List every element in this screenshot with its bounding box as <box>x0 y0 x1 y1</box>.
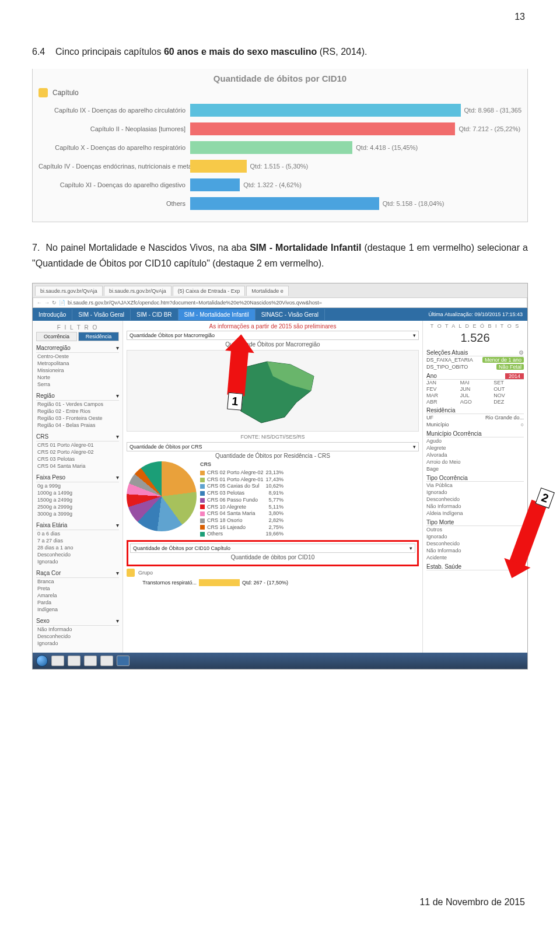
filter-item[interactable]: Preta <box>36 585 119 592</box>
pie-chart[interactable] <box>127 461 197 531</box>
reload-icon[interactable]: ↻ <box>52 300 57 306</box>
filter-tab-ocorrencia[interactable]: Ocorrência <box>36 332 77 341</box>
filter-item[interactable]: Região 03 - Fronteira Oeste <box>36 415 119 422</box>
filter-item[interactable]: CRS 03 Pelotas <box>36 456 119 462</box>
pie-legend-row[interactable]: CRS 18 Osorio2,82% <box>200 517 284 524</box>
list-item[interactable]: Outros <box>426 526 524 533</box>
pie-legend-row[interactable]: Others19,66% <box>200 531 284 538</box>
selection-row[interactable]: DS_TIPO_OBITONão Fetal <box>426 363 524 370</box>
nav-tab-sim-cidbr[interactable]: SIM - CID BR <box>131 309 178 320</box>
filter-item[interactable]: Missioneira <box>36 367 119 374</box>
list-item[interactable]: Não Informado <box>426 503 524 510</box>
list-item[interactable]: Não Informado <box>426 547 524 554</box>
tipo-ocorrencia-header[interactable]: Tipo Ocorrência <box>426 475 524 482</box>
pie-legend-row[interactable]: CRS 10 Alegrete5,11% <box>200 504 284 511</box>
filter-item[interactable]: 0g a 999g <box>36 482 119 489</box>
filter-item[interactable]: Ignorado <box>36 558 119 565</box>
taskbar-icon[interactable] <box>84 656 97 666</box>
chart-bar[interactable] <box>190 141 352 154</box>
nav-tab-sim-geral[interactable]: SIM - Visão Geral <box>72 309 131 320</box>
list-item[interactable]: Agudo <box>426 437 524 444</box>
filter-item[interactable]: Região 01 - Verdes Campos <box>36 401 119 408</box>
taskbar-icon[interactable] <box>51 656 64 666</box>
list-item[interactable]: Ignorado <box>426 489 524 496</box>
gear-icon[interactable]: ⚙ <box>519 349 524 356</box>
month-cell[interactable]: SET <box>494 380 524 386</box>
filter-tab-residencia[interactable]: Residência <box>78 332 119 341</box>
filter-item[interactable]: 1000g a 1499g <box>36 489 119 496</box>
month-cell[interactable]: JUL <box>460 393 491 398</box>
filter-group-header[interactable]: Faixa Peso▾ <box>36 473 119 482</box>
month-cell[interactable]: FEV <box>426 386 457 392</box>
ano-selected[interactable]: 2014 <box>505 373 524 379</box>
chart-bar[interactable] <box>190 122 455 135</box>
pie-legend-row[interactable]: CRS 02 Porto Alegre-0223,13% <box>200 469 284 476</box>
filter-item[interactable]: CRS 04 Santa Maria <box>36 462 119 469</box>
filter-group-header[interactable]: CRS▾ <box>36 432 119 442</box>
tipo-morte-header[interactable]: Tipo Morte <box>426 519 524 526</box>
residencia-header[interactable]: Residência <box>426 407 524 414</box>
filter-item[interactable]: 2500g a 2999g <box>36 503 119 510</box>
filter-item[interactable]: Serra <box>36 381 119 388</box>
forward-icon[interactable]: → <box>44 300 50 306</box>
month-cell[interactable]: ABR <box>426 399 457 405</box>
filter-item[interactable]: CRS 02 Porto Alegre-02 <box>36 449 119 456</box>
cid-capitulo-select[interactable]: Quantidade de Óbitos por CID10 Capítulo▾ <box>130 544 415 553</box>
filter-item[interactable]: CRS 01 Porto Alegre-01 <box>36 442 119 449</box>
filter-item[interactable]: Parda <box>36 599 119 606</box>
browser-url-bar[interactable]: ← → ↻ 📄 bi.saude.rs.gov.br/QvAJAXZfc/ope… <box>33 297 527 308</box>
back-icon[interactable]: ← <box>37 300 42 306</box>
month-cell[interactable]: JAN <box>426 380 457 386</box>
list-item[interactable]: Via Pública <box>426 482 524 489</box>
pie-legend-row[interactable]: CRS 05 Caxias do Sul10,62% <box>200 483 284 490</box>
filter-item[interactable]: Metropolitana <box>36 360 119 367</box>
month-cell[interactable]: MAR <box>426 393 457 398</box>
filter-item[interactable]: Norte <box>36 374 119 381</box>
filter-group-header[interactable]: Macrorregião▾ <box>36 344 119 353</box>
chart-bar[interactable] <box>190 197 379 210</box>
browser-tab[interactable]: bi.saude.rs.gov.br/QvAja <box>104 286 172 296</box>
start-button[interactable] <box>36 655 48 667</box>
list-item[interactable]: Desconhecido <box>426 540 524 547</box>
res-uf-row[interactable]: UFRio Grande do... <box>426 414 524 421</box>
filter-group-header[interactable]: Raça Cor▾ <box>36 569 119 578</box>
nav-tab-sim-infantil[interactable]: SIM - Mortalidade Infantil <box>178 309 256 320</box>
filter-item[interactable]: Branca <box>36 578 119 585</box>
month-cell[interactable]: OUT <box>494 386 524 392</box>
filter-item[interactable]: 0 a 6 dias <box>36 530 119 537</box>
filter-group-header[interactable]: Sexo▾ <box>36 616 119 626</box>
chrome-icon[interactable] <box>100 656 113 666</box>
list-item[interactable]: Desconhecido <box>426 496 524 503</box>
filter-item[interactable]: Desconhecido <box>36 633 119 640</box>
filter-item[interactable]: 7 a 27 dias <box>36 537 119 544</box>
browser-tab[interactable]: bi.saude.rs.gov.br/QvAja <box>35 286 103 296</box>
filter-group-header[interactable]: Faixa Etária▾ <box>36 521 119 530</box>
filter-item[interactable]: Região 04 - Belas Praias <box>36 422 119 429</box>
filter-item[interactable]: 1500g a 2499g <box>36 496 119 503</box>
municipio-ocorrencia-header[interactable]: Município Ocorrência <box>426 430 524 437</box>
list-item[interactable]: Arroio do Meio <box>426 458 524 465</box>
word-icon[interactable] <box>117 656 130 666</box>
nav-tab-intro[interactable]: Introdução <box>33 309 72 320</box>
filter-item[interactable]: Não Informado <box>36 626 119 633</box>
list-item[interactable]: Alvorada <box>426 451 524 458</box>
pie-legend-row[interactable]: CRS 06 Passo Fundo5,77% <box>200 497 284 504</box>
list-item[interactable]: Aldeia Indígena <box>426 510 524 517</box>
filter-item[interactable]: 3000g a 3999g <box>36 510 119 517</box>
filter-group-header[interactable]: Região▾ <box>36 391 119 401</box>
res-mun-row[interactable]: Município○ <box>426 421 524 428</box>
filter-item[interactable]: Centro-Oeste <box>36 353 119 360</box>
filter-item[interactable]: Região 02 - Entre Rios <box>36 408 119 415</box>
month-cell[interactable]: DEZ <box>494 399 524 405</box>
month-cell[interactable]: AGO <box>460 399 491 405</box>
month-cell[interactable]: JUN <box>460 386 491 392</box>
rs-map-box[interactable]: 1 <box>127 350 419 432</box>
nav-tab-sinasc[interactable]: SINASC - Visão Geral <box>256 309 325 320</box>
filter-item[interactable]: 28 dias a 1 ano <box>36 544 119 551</box>
browser-tab[interactable]: Mortalidade e <box>246 286 289 296</box>
macro-select[interactable]: Quantidade Óbitos por Macrorregião▾ <box>127 331 419 340</box>
crs-select[interactable]: Quantidade de Óbitos por CRS▾ <box>127 442 419 451</box>
taskbar-icon[interactable] <box>68 656 80 666</box>
month-cell[interactable]: MAI <box>460 380 491 386</box>
list-item[interactable]: Ignorado <box>426 533 524 540</box>
